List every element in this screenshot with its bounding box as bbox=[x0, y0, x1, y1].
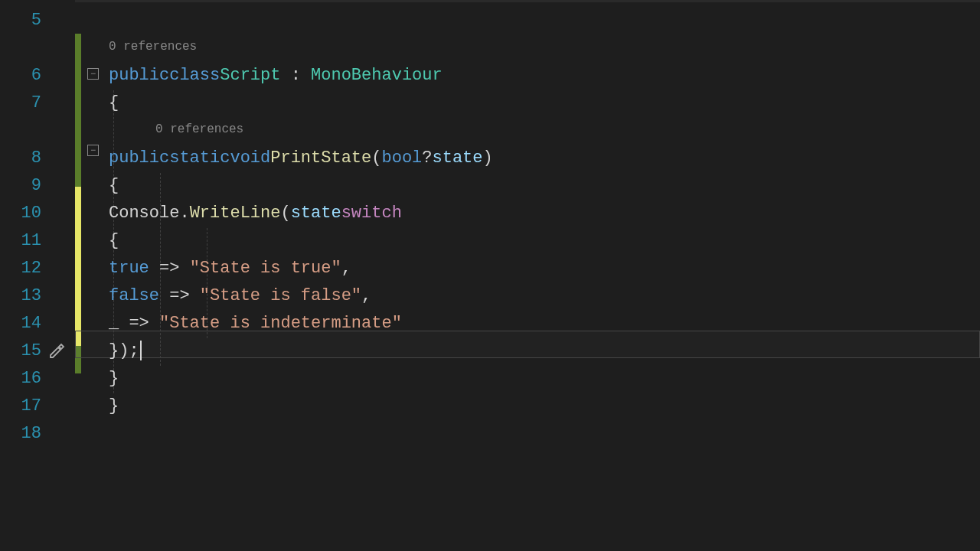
line-number: 18 bbox=[0, 424, 47, 443]
lightbulb-icon[interactable] bbox=[47, 341, 66, 360]
code-content[interactable]: 0 references public class Script : MonoB… bbox=[75, 0, 980, 551]
code-line: _ => "State is indeterminate" bbox=[75, 309, 980, 337]
line-number: 6 bbox=[0, 66, 47, 85]
text-cursor bbox=[140, 341, 142, 360]
codelens-references[interactable]: 0 references bbox=[155, 122, 243, 136]
line-number: 5 bbox=[0, 11, 47, 30]
code-line: true => "State is true", bbox=[75, 254, 980, 282]
line-number: 7 bbox=[0, 93, 47, 112]
code-line: false => "State is false", bbox=[75, 282, 980, 309]
line-number: 16 bbox=[0, 369, 47, 388]
code-line: { bbox=[75, 171, 980, 199]
line-number: 12 bbox=[0, 259, 47, 278]
code-line: { bbox=[75, 227, 980, 254]
code-editor[interactable]: 5 6 7 8 9 10 11 12 13 14 15 16 17 18 − − bbox=[0, 0, 980, 551]
code-line: } bbox=[75, 392, 980, 419]
codelens-references[interactable]: 0 references bbox=[109, 40, 197, 54]
line-number-gutter: 5 6 7 8 9 10 11 12 13 14 15 16 17 18 bbox=[0, 0, 75, 551]
code-line: public class Script : MonoBehaviour bbox=[75, 61, 980, 89]
line-number: 10 bbox=[0, 204, 47, 223]
code-line: }); bbox=[75, 337, 980, 364]
line-number: 13 bbox=[0, 286, 47, 305]
line-number: 15 bbox=[0, 341, 47, 360]
line-number: 8 bbox=[0, 148, 47, 168]
code-line: } bbox=[75, 364, 980, 392]
line-number: 9 bbox=[0, 176, 47, 195]
line-number: 11 bbox=[0, 231, 47, 250]
code-line: Console.WriteLine(state switch bbox=[75, 199, 980, 227]
code-line: public static void PrintState(bool? stat… bbox=[75, 144, 980, 171]
line-number: 17 bbox=[0, 396, 47, 416]
code-line: { bbox=[75, 89, 980, 116]
line-number: 14 bbox=[0, 314, 47, 333]
